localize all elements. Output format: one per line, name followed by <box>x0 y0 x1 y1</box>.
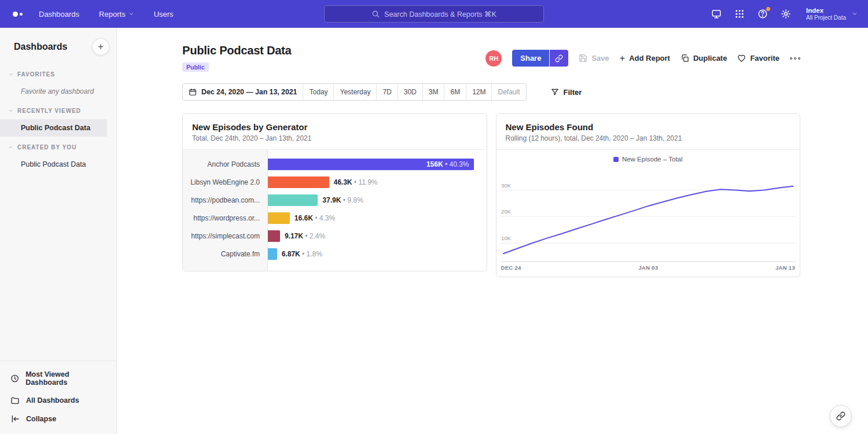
section-favorites[interactable]: FAVORITES <box>0 64 116 83</box>
nav-reports-label: Reports <box>99 10 126 19</box>
share-split-button: Share <box>512 50 568 67</box>
bar-chart-subtitle: Total, Dec 24th, 2020 – Jan 13th, 2021 <box>192 134 477 142</box>
chevron-down-icon <box>8 108 13 113</box>
most-viewed-icon <box>10 374 19 383</box>
sidebar-item-public-podcast-data[interactable]: Public Podcast Data <box>0 119 107 137</box>
save-label: Save <box>591 54 609 62</box>
all-dashboards-label: All Dashboards <box>26 396 79 404</box>
bar-row[interactable]: Anchor Podcasts156K • 40.3% <box>183 155 487 173</box>
top-navigation-bar: Dashboards Reports Users Search Dashboar… <box>0 0 868 28</box>
link-icon <box>555 54 563 62</box>
legend-label: New Episode – Total <box>622 156 683 163</box>
search-input[interactable]: Search Dashboards & Reports ⌘K <box>324 5 544 23</box>
all-dashboards-button[interactable]: All Dashboards <box>0 391 116 410</box>
section-recently-viewed-label: RECENTLY VIEWED <box>17 108 81 114</box>
bar-category-label: https://simplecast.com <box>183 232 268 240</box>
bar[interactable] <box>268 248 277 260</box>
settings-gear-icon[interactable] <box>781 9 791 19</box>
bar-track: 37.9K • 9.8% <box>268 194 487 206</box>
preset-3m[interactable]: 3M <box>422 84 444 100</box>
gear-icon-glyph <box>781 9 791 19</box>
bar-value-label: 9.17K • 2.4% <box>285 232 325 240</box>
primary-nav: Dashboards Reports Users <box>39 10 174 19</box>
nav-users[interactable]: Users <box>154 10 174 19</box>
logo-dot-small <box>20 13 23 16</box>
nav-dashboards[interactable]: Dashboards <box>39 10 79 19</box>
bar-row[interactable]: Libsyn WebEngine 2.046.3K • 11.9% <box>183 173 487 191</box>
x-tick-start: DEC 24 <box>501 264 521 271</box>
topnav-right-controls: Index All Project Data <box>711 7 858 21</box>
bar-chart-title: New Episodes by Generator <box>192 122 477 132</box>
add-dashboard-button[interactable]: + <box>92 38 109 56</box>
bar-track: 156K • 40.3% <box>268 159 487 170</box>
bar-row[interactable]: https://wordpress.or...16.6K • 4.3% <box>183 209 487 227</box>
search-placeholder: Search Dashboards & Reports ⌘K <box>384 10 496 19</box>
preset-today[interactable]: Today <box>303 84 333 100</box>
bar[interactable] <box>268 212 290 224</box>
sidebar-item-public-podcast-data-2[interactable]: Public Podcast Data <box>0 156 116 173</box>
visibility-badge: Public <box>182 62 209 72</box>
floating-link-button[interactable] <box>830 405 852 427</box>
bar-row[interactable]: https://simplecast.com9.17K • 2.4% <box>183 227 487 245</box>
date-range-control: Dec 24, 2020 — Jan 13, 2021 Today Yester… <box>182 83 527 101</box>
app-logo[interactable] <box>13 12 23 17</box>
more-options-button[interactable] <box>790 55 800 62</box>
series-line[interactable] <box>503 186 793 254</box>
preset-30d[interactable]: 30D <box>398 84 422 100</box>
chevron-down-icon <box>8 145 13 150</box>
legend-swatch <box>613 157 619 162</box>
favorite-button[interactable]: Favorite <box>737 54 779 62</box>
bar-row[interactable]: https://podbean.com...37.9K • 9.8% <box>183 191 487 209</box>
search-icon <box>372 10 380 18</box>
most-viewed-dashboards-button[interactable]: Most Viewed Dashboards <box>0 366 116 391</box>
favorites-empty-hint: Favorite any dashboard <box>0 83 116 100</box>
preset-yesterday[interactable]: Yesterday <box>333 84 376 100</box>
duplicate-label: Duplicate <box>693 54 727 62</box>
copy-link-button[interactable] <box>550 50 568 67</box>
sidebar-title: Dashboards <box>14 42 67 52</box>
page-title: Public Podcast Data <box>182 44 291 57</box>
project-scope: All Project Data <box>806 14 846 21</box>
bar[interactable] <box>268 176 329 188</box>
bar-category-label: https://podbean.com... <box>183 196 268 204</box>
preset-12m[interactable]: 12M <box>466 84 491 100</box>
copy-icon <box>681 54 689 62</box>
preset-default[interactable]: Default <box>491 84 525 100</box>
nav-reports[interactable]: Reports <box>99 10 134 19</box>
x-axis-labels: DEC 24 JAN 03 JAN 13 <box>500 262 797 277</box>
line-chart-svg[interactable]: 10K20K30K <box>500 168 797 262</box>
preset-6m[interactable]: 6M <box>444 84 466 100</box>
bar-track: 6.87K • 1.8% <box>268 248 487 260</box>
duplicate-button[interactable]: Duplicate <box>681 54 727 62</box>
bar[interactable] <box>268 230 280 242</box>
section-favorites-label: FAVORITES <box>17 71 55 78</box>
preset-7d[interactable]: 7D <box>376 84 397 100</box>
bar-track: 46.3K • 11.9% <box>268 176 487 188</box>
plus-icon: + <box>620 54 625 63</box>
apps-grid-icon[interactable] <box>734 9 745 19</box>
help-icon[interactable] <box>757 9 768 19</box>
project-selector[interactable]: Index All Project Data <box>806 7 858 21</box>
apps-grid-icon-glyph <box>734 9 745 19</box>
bar-value-label: 16.6K • 4.3% <box>295 214 335 222</box>
y-tick-label: 30K <box>501 182 511 189</box>
section-created-by-you[interactable]: CREATED BY YOU <box>0 137 116 156</box>
sidebar-footer: Most Viewed Dashboards All Dashboards Co… <box>0 361 116 434</box>
line-chart-subtitle: Rolling (12 hours), total, Dec 24th, 202… <box>506 134 791 142</box>
bar[interactable] <box>268 194 318 206</box>
add-report-label: Add Report <box>629 54 670 62</box>
share-button[interactable]: Share <box>512 50 549 67</box>
bar-row[interactable]: Captivate.fm6.87K • 1.8% <box>183 245 487 263</box>
filter-button[interactable]: Filter <box>551 88 582 97</box>
add-report-button[interactable]: + Add Report <box>620 54 670 63</box>
x-tick-mid: JAN 03 <box>638 264 658 271</box>
date-range-picker[interactable]: Dec 24, 2020 — Jan 13, 2021 <box>183 84 303 100</box>
bar[interactable]: 156K • 40.3% <box>268 159 474 170</box>
section-recently-viewed[interactable]: RECENTLY VIEWED <box>0 100 116 119</box>
avatar[interactable]: RH <box>486 50 502 67</box>
y-tick-label: 10K <box>501 235 511 241</box>
collapse-sidebar-button[interactable]: Collapse <box>0 410 116 428</box>
monitor-icon[interactable] <box>711 9 722 19</box>
monitor-icon-glyph <box>711 9 722 19</box>
bar-category-label: Captivate.fm <box>183 250 268 258</box>
